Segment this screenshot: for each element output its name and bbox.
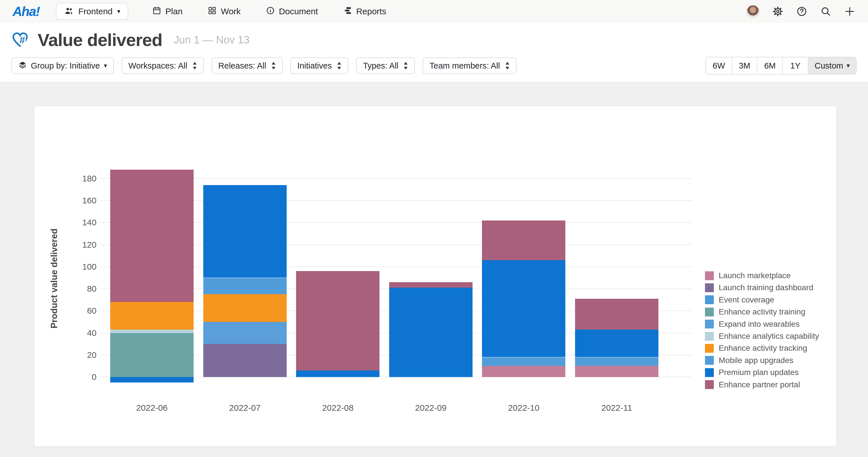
y-tick-label: 40 bbox=[51, 328, 96, 338]
grid-icon bbox=[208, 6, 217, 17]
legend-swatch bbox=[705, 332, 714, 341]
range-6m-button[interactable]: 6M bbox=[757, 57, 782, 74]
y-tick-label: 140 bbox=[51, 218, 96, 227]
bar-segment[interactable] bbox=[296, 271, 379, 370]
bar-segment[interactable] bbox=[296, 370, 379, 377]
search-button[interactable] bbox=[820, 6, 832, 17]
bar-segment[interactable] bbox=[575, 330, 658, 357]
bar-segment[interactable] bbox=[575, 366, 658, 377]
page-header: # Value delivered Jun 1 — Nov 13 Group b… bbox=[0, 23, 868, 83]
bar-segment[interactable] bbox=[389, 282, 472, 287]
settings-button[interactable] bbox=[772, 6, 783, 17]
search-icon bbox=[820, 6, 831, 17]
x-tick-label: 2022-10 bbox=[481, 403, 566, 413]
legend-item[interactable]: Enhance partner portal bbox=[705, 380, 800, 389]
types-filter[interactable]: Types: All bbox=[356, 57, 415, 74]
aha-logo[interactable]: Aha! bbox=[12, 4, 39, 19]
team-members-filter[interactable]: Team members: All bbox=[423, 57, 517, 74]
bar-segment[interactable] bbox=[110, 302, 194, 330]
legend-swatch bbox=[705, 380, 714, 389]
workspace-selector[interactable]: Frontend ▾ bbox=[56, 3, 128, 20]
workspace-name: Frontend bbox=[78, 6, 113, 16]
nav-item-work[interactable]: Work bbox=[195, 6, 253, 17]
top-navbar: Aha! Frontend ▾ Plan bbox=[0, 0, 868, 23]
bar-segment[interactable] bbox=[203, 278, 287, 295]
x-tick-label: 2022-08 bbox=[295, 403, 381, 413]
help-icon bbox=[796, 6, 807, 17]
y-tick-label: 80 bbox=[51, 284, 96, 294]
releases-filter[interactable]: Releases: All bbox=[212, 57, 283, 74]
value-heart-icon: # bbox=[11, 31, 30, 50]
range-3m-button[interactable]: 3M bbox=[732, 57, 757, 74]
bar-segment[interactable] bbox=[575, 299, 658, 330]
content-area: Product value delivered 0204060801001201… bbox=[0, 83, 868, 457]
legend-swatch bbox=[705, 295, 714, 304]
legend-swatch bbox=[705, 356, 714, 365]
nav-item-reports[interactable]: Reports bbox=[331, 6, 399, 17]
date-range: Jun 1 — Nov 13 bbox=[174, 34, 249, 46]
chart-card: Product value delivered 0204060801001201… bbox=[34, 105, 837, 447]
x-tick-label: 2022-06 bbox=[109, 403, 195, 413]
workspaces-filter[interactable]: Workspaces: All bbox=[122, 57, 204, 74]
nav-label: Document bbox=[279, 6, 318, 16]
add-button[interactable] bbox=[844, 6, 856, 17]
bar-segment[interactable] bbox=[110, 377, 194, 383]
filter-label: Releases: All bbox=[218, 61, 267, 70]
plus-icon bbox=[844, 6, 855, 17]
legend-label: Enhance activity tracking bbox=[719, 344, 807, 353]
updown-icon bbox=[403, 61, 408, 70]
bar-segment[interactable] bbox=[203, 185, 287, 278]
updown-icon bbox=[192, 61, 197, 70]
range-custom-button[interactable]: Custom ▾ bbox=[808, 57, 856, 74]
page-title: Value delivered bbox=[38, 30, 162, 50]
legend-label: Enhance activity training bbox=[719, 307, 805, 316]
user-avatar[interactable] bbox=[746, 5, 760, 18]
team-icon bbox=[64, 6, 74, 17]
bar-segment[interactable] bbox=[482, 220, 565, 260]
legend-item[interactable]: Launch marketplace bbox=[705, 271, 790, 280]
legend-item[interactable]: Mobile app upgrades bbox=[705, 356, 794, 365]
updown-icon bbox=[337, 61, 341, 70]
nav-item-plan[interactable]: Plan bbox=[140, 6, 195, 17]
bar-segment[interactable] bbox=[203, 344, 287, 377]
filter-label: Workspaces: All bbox=[128, 61, 187, 70]
calendar-icon bbox=[152, 6, 161, 17]
legend-item[interactable]: Event coverage bbox=[705, 295, 774, 304]
bar-segment[interactable] bbox=[110, 330, 194, 333]
initiatives-filter[interactable]: Initiatives bbox=[290, 57, 348, 74]
legend-swatch bbox=[705, 271, 714, 280]
legend-swatch bbox=[705, 344, 714, 353]
chevron-down-icon: ▾ bbox=[117, 8, 120, 14]
legend-label: Launch marketplace bbox=[719, 271, 790, 280]
legend-label: Enhance analytics capability bbox=[719, 332, 819, 341]
bar-segment[interactable] bbox=[203, 322, 287, 344]
bar-segment[interactable] bbox=[110, 170, 194, 302]
svg-text:#: # bbox=[20, 34, 25, 45]
legend-item[interactable]: Enhance analytics capability bbox=[705, 332, 819, 341]
updown-icon bbox=[505, 61, 510, 70]
bar-segment[interactable] bbox=[575, 357, 658, 366]
legend-item[interactable]: Launch training dashboard bbox=[705, 283, 813, 292]
legend-label: Enhance partner portal bbox=[719, 380, 800, 389]
group-by-dropdown[interactable]: Group by: Initiative ▾ bbox=[11, 57, 114, 74]
nav-label: Work bbox=[221, 6, 240, 16]
help-button[interactable] bbox=[796, 6, 807, 17]
legend-label: Premium plan updates bbox=[719, 368, 799, 377]
legend-swatch bbox=[705, 368, 714, 377]
bar-segment[interactable] bbox=[482, 366, 565, 377]
legend-item[interactable]: Enhance activity training bbox=[705, 307, 805, 316]
nav-item-document[interactable]: Document bbox=[253, 6, 331, 17]
range-1y-button[interactable]: 1Y bbox=[782, 57, 808, 74]
legend-label: Event coverage bbox=[719, 295, 774, 304]
legend-item[interactable]: Enhance activity tracking bbox=[705, 344, 807, 353]
bar-segment[interactable] bbox=[482, 357, 565, 366]
y-tick-label: 60 bbox=[51, 306, 96, 315]
legend-item[interactable]: Expand into wearables bbox=[705, 319, 800, 329]
bar-segment[interactable] bbox=[203, 294, 287, 322]
bar-segment[interactable] bbox=[389, 287, 472, 377]
bar-segment[interactable] bbox=[110, 333, 194, 377]
legend-item[interactable]: Premium plan updates bbox=[705, 368, 799, 377]
bar-segment[interactable] bbox=[482, 260, 565, 357]
custom-range-label: Custom bbox=[815, 61, 843, 70]
range-6w-button[interactable]: 6W bbox=[706, 57, 732, 74]
